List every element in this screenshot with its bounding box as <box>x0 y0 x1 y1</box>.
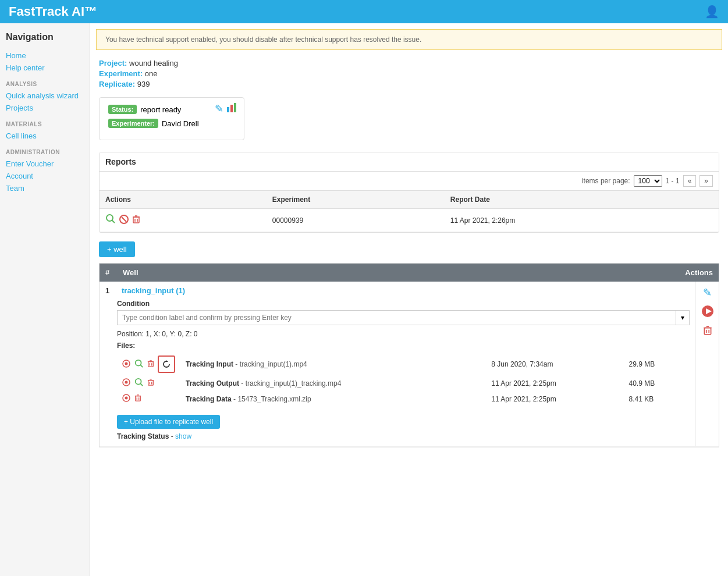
sidebar-item-projects[interactable]: Projects <box>6 102 84 114</box>
stop-icon[interactable] <box>119 215 129 226</box>
alert-banner: You have technical support enabled, you … <box>96 29 722 50</box>
file1-name: Tracking Input - tracking_input(1).mp4 <box>181 353 486 375</box>
svg-line-24 <box>140 383 143 386</box>
condition-input[interactable] <box>117 310 676 325</box>
well-col-name: Well <box>123 268 666 277</box>
svg-line-6 <box>122 217 126 222</box>
sidebar-item-quick-analysis[interactable]: Quick analysis wizard <box>6 90 84 102</box>
well-trash-icon[interactable] <box>703 325 712 337</box>
table-row: 00000939 11 Apr 2021, 2:26pm <box>100 209 719 232</box>
file3-action-icons <box>122 393 176 404</box>
replicate-row: Replicate: 939 <box>99 80 719 88</box>
file1-trash-icon[interactable] <box>147 360 154 369</box>
well-edit-icon[interactable]: ✎ <box>703 286 712 299</box>
replicate-value: 939 <box>137 80 150 88</box>
svg-rect-16 <box>148 361 154 367</box>
items-per-page-select[interactable]: 100 25 50 200 <box>634 175 662 187</box>
files-label: Files: <box>117 342 690 350</box>
svg-point-31 <box>125 397 128 400</box>
file2-view-icon[interactable] <box>122 378 131 389</box>
experiment-label: Experiment: <box>99 69 143 78</box>
pagination-prev-btn[interactable]: « <box>683 175 697 187</box>
sidebar-section-admin: ADMINISTRATION <box>6 149 84 155</box>
file3-name: Tracking Data - 15473_Tracking.xml.zip <box>181 391 486 407</box>
file1-view-icon[interactable] <box>122 359 131 370</box>
status-card: ✎ Status: report ready Experimenter: <box>99 97 244 140</box>
tracking-status: Tracking Status - show <box>117 432 690 440</box>
pagination-row: items per page: 100 25 50 200 1 - 1 « » <box>100 172 719 190</box>
edit-icon[interactable]: ✎ <box>215 102 223 115</box>
file3-view-icon[interactable] <box>122 393 131 404</box>
well-row-main: 1 tracking_input (1) Condition ▾ <box>100 282 695 446</box>
svg-point-14 <box>136 360 141 365</box>
svg-point-3 <box>106 215 113 221</box>
upload-file-btn[interactable]: + Upload file to replicate well <box>117 415 220 429</box>
well-row-header: 1 tracking_input (1) <box>100 282 695 300</box>
well-play-icon[interactable] <box>701 305 714 319</box>
svg-point-23 <box>136 379 141 385</box>
app-logo: FastTrack AI™ <box>9 4 97 19</box>
search-icon[interactable] <box>105 214 116 227</box>
add-well-button[interactable]: + well <box>99 241 135 257</box>
experiment-row: Experiment: one <box>99 69 719 78</box>
project-label: Project: <box>99 59 127 67</box>
files-table: Tracking Input - tracking_input(1).mp4 8… <box>117 353 690 407</box>
svg-rect-25 <box>148 381 154 386</box>
pagination-next-btn[interactable]: » <box>699 175 713 187</box>
content-area: Project: wound healing Experiment: one R… <box>90 50 728 456</box>
user-icon[interactable]: 👤 <box>705 5 719 19</box>
svg-line-15 <box>140 365 143 367</box>
file1-action-icons <box>122 355 176 373</box>
status-badge: Status: <box>108 105 137 114</box>
sidebar-title: Navigation <box>6 32 84 42</box>
file2-trash-icon[interactable] <box>147 378 154 388</box>
svg-point-13 <box>125 362 128 365</box>
row-experiment: 00000939 <box>267 209 445 232</box>
col-report-date: Report Date <box>445 191 719 209</box>
main-content: You have technical support enabled, you … <box>90 23 728 576</box>
sidebar-item-account[interactable]: Account <box>6 170 84 182</box>
trash-icon[interactable] <box>132 215 140 226</box>
replicate-label: Replicate: <box>99 80 135 88</box>
well-table-container: # Well Actions 1 tracking_input (1) <box>99 263 719 447</box>
file2-action-icons <box>122 378 176 389</box>
svg-rect-1 <box>230 105 233 112</box>
report-table: Actions Experiment Report Date <box>100 190 719 232</box>
sidebar-item-team[interactable]: Team <box>6 182 84 194</box>
position-info: Position: 1, X: 0, Y: 0, Z: 0 <box>117 330 690 338</box>
file2-search-icon[interactable] <box>134 378 144 389</box>
sidebar-section-materials: MATERIALS <box>6 121 84 127</box>
project-value: wound healing <box>129 59 178 67</box>
chart-icon[interactable] <box>226 102 239 115</box>
svg-rect-7 <box>133 217 139 223</box>
well-col-actions: Actions <box>666 268 713 277</box>
condition-dropdown-btn[interactable]: ▾ <box>676 310 690 325</box>
well-row: 1 tracking_input (1) Condition ▾ <box>100 282 719 447</box>
sidebar-section-analysis: ANALYSIS <box>6 81 84 87</box>
well-number: 1 <box>105 286 117 295</box>
sidebar-item-enter-voucher[interactable]: Enter Voucher <box>6 158 84 170</box>
condition-input-row: ▾ <box>117 310 690 325</box>
items-per-page-label: items per page: <box>582 177 630 185</box>
tracking-status-link[interactable]: show <box>175 432 191 440</box>
file1-refresh-icon[interactable] <box>158 355 175 373</box>
svg-point-22 <box>125 381 128 384</box>
file3-trash-icon[interactable] <box>134 394 141 404</box>
pagination-info: 1 - 1 <box>666 177 680 185</box>
action-icons <box>105 214 261 227</box>
condition-label: Condition <box>117 300 690 308</box>
well-details: Condition ▾ Position: 1, X: 0, Y: 0, Z: … <box>100 300 695 446</box>
sidebar-item-help-center[interactable]: Help center <box>6 62 84 74</box>
file2-date: 11 Apr 2021, 2:25pm <box>486 375 624 391</box>
experimenter-row: Experimenter: David Drell <box>108 119 235 128</box>
layout: Navigation Home Help center ANALYSIS Qui… <box>0 23 728 576</box>
file1-search-icon[interactable] <box>134 359 144 370</box>
well-name[interactable]: tracking_input (1) <box>122 286 185 295</box>
sidebar-item-cell-lines[interactable]: Cell lines <box>6 130 84 142</box>
sidebar-item-home[interactable]: Home <box>6 49 84 62</box>
svg-rect-2 <box>234 103 236 112</box>
well-table-header: # Well Actions <box>100 264 719 282</box>
row-report-date: 11 Apr 2021, 2:26pm <box>445 209 719 232</box>
file1-actions <box>117 353 181 375</box>
file-row-2: Tracking Output - tracking_input(1)_trac… <box>117 375 690 391</box>
